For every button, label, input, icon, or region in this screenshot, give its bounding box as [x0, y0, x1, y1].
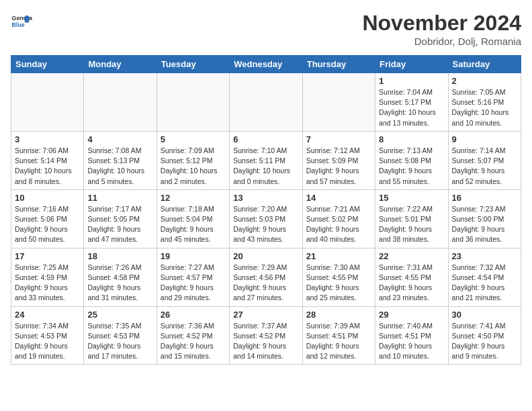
calendar-cell: 6Sunrise: 7:10 AM Sunset: 5:11 PM Daylig… — [230, 131, 302, 189]
weekday-header-wednesday: Wednesday — [230, 56, 302, 73]
day-number: 29 — [379, 310, 444, 320]
calendar-cell — [157, 73, 229, 132]
day-number: 30 — [452, 310, 517, 320]
day-info: Sunrise: 7:37 AM Sunset: 4:52 PM Dayligh… — [233, 321, 298, 362]
day-number: 10 — [15, 193, 80, 203]
day-number: 15 — [379, 193, 444, 203]
day-info: Sunrise: 7:09 AM Sunset: 5:12 PM Dayligh… — [161, 146, 226, 187]
calendar-cell: 16Sunrise: 7:23 AM Sunset: 5:00 PM Dayli… — [448, 189, 521, 248]
calendar-cell: 24Sunrise: 7:34 AM Sunset: 4:53 PM Dayli… — [11, 306, 84, 365]
week-row-3: 17Sunrise: 7:25 AM Sunset: 4:59 PM Dayli… — [11, 248, 521, 306]
calendar-cell: 3Sunrise: 7:06 AM Sunset: 5:14 PM Daylig… — [11, 131, 84, 189]
day-info: Sunrise: 7:17 AM Sunset: 5:05 PM Dayligh… — [87, 204, 152, 245]
weekday-header-tuesday: Tuesday — [157, 56, 229, 73]
page-header: General Blue November 2024 Dobridor, Dol… — [11, 11, 521, 47]
day-info: Sunrise: 7:14 AM Sunset: 5:07 PM Dayligh… — [452, 146, 517, 187]
calendar-cell: 9Sunrise: 7:14 AM Sunset: 5:07 PM Daylig… — [448, 131, 521, 189]
calendar-cell: 10Sunrise: 7:16 AM Sunset: 5:06 PM Dayli… — [11, 189, 84, 248]
logo-icon: General Blue — [11, 11, 32, 32]
day-info: Sunrise: 7:39 AM Sunset: 4:51 PM Dayligh… — [306, 321, 371, 362]
calendar-cell — [84, 73, 157, 132]
calendar-cell: 28Sunrise: 7:39 AM Sunset: 4:51 PM Dayli… — [302, 306, 375, 365]
weekday-header-thursday: Thursday — [302, 56, 375, 73]
day-info: Sunrise: 7:31 AM Sunset: 4:55 PM Dayligh… — [379, 263, 444, 304]
calendar-cell: 4Sunrise: 7:08 AM Sunset: 5:13 PM Daylig… — [84, 131, 157, 189]
day-info: Sunrise: 7:22 AM Sunset: 5:01 PM Dayligh… — [379, 204, 444, 245]
calendar-cell — [11, 73, 84, 132]
day-info: Sunrise: 7:04 AM Sunset: 5:17 PM Dayligh… — [379, 87, 444, 128]
week-row-2: 10Sunrise: 7:16 AM Sunset: 5:06 PM Dayli… — [11, 189, 521, 248]
weekday-header-friday: Friday — [375, 56, 448, 73]
day-info: Sunrise: 7:13 AM Sunset: 5:08 PM Dayligh… — [379, 146, 444, 187]
day-info: Sunrise: 7:41 AM Sunset: 4:50 PM Dayligh… — [452, 321, 517, 362]
day-info: Sunrise: 7:29 AM Sunset: 4:56 PM Dayligh… — [233, 263, 298, 304]
calendar-cell: 20Sunrise: 7:29 AM Sunset: 4:56 PM Dayli… — [230, 248, 302, 306]
calendar-cell: 19Sunrise: 7:27 AM Sunset: 4:57 PM Dayli… — [157, 248, 229, 306]
week-row-1: 3Sunrise: 7:06 AM Sunset: 5:14 PM Daylig… — [11, 131, 521, 189]
day-info: Sunrise: 7:20 AM Sunset: 5:03 PM Dayligh… — [233, 204, 298, 245]
calendar-cell: 12Sunrise: 7:18 AM Sunset: 5:04 PM Dayli… — [157, 189, 229, 248]
calendar-cell: 5Sunrise: 7:09 AM Sunset: 5:12 PM Daylig… — [157, 131, 229, 189]
weekday-header-sunday: Sunday — [11, 56, 84, 73]
day-info: Sunrise: 7:30 AM Sunset: 4:55 PM Dayligh… — [306, 263, 371, 304]
day-number: 3 — [15, 134, 80, 144]
day-info: Sunrise: 7:34 AM Sunset: 4:53 PM Dayligh… — [15, 321, 80, 362]
day-number: 23 — [452, 251, 517, 261]
calendar-cell: 15Sunrise: 7:22 AM Sunset: 5:01 PM Dayli… — [375, 189, 448, 248]
title-block: November 2024 Dobridor, Dolj, Romania — [362, 11, 521, 47]
day-number: 4 — [87, 134, 152, 144]
day-number: 6 — [233, 134, 298, 144]
day-number: 24 — [15, 310, 80, 320]
calendar-cell: 29Sunrise: 7:40 AM Sunset: 4:51 PM Dayli… — [375, 306, 448, 365]
day-info: Sunrise: 7:21 AM Sunset: 5:02 PM Dayligh… — [306, 204, 371, 245]
calendar-cell: 18Sunrise: 7:26 AM Sunset: 4:58 PM Dayli… — [84, 248, 157, 306]
day-number: 11 — [87, 193, 152, 203]
day-info: Sunrise: 7:12 AM Sunset: 5:09 PM Dayligh… — [306, 146, 371, 187]
day-number: 28 — [306, 310, 371, 320]
day-info: Sunrise: 7:25 AM Sunset: 4:59 PM Dayligh… — [15, 263, 80, 304]
day-number: 27 — [233, 310, 298, 320]
day-number: 17 — [15, 251, 80, 261]
day-info: Sunrise: 7:05 AM Sunset: 5:16 PM Dayligh… — [452, 87, 517, 128]
day-info: Sunrise: 7:16 AM Sunset: 5:06 PM Dayligh… — [15, 204, 80, 245]
day-number: 2 — [452, 76, 517, 86]
day-number: 26 — [161, 310, 226, 320]
calendar-cell: 22Sunrise: 7:31 AM Sunset: 4:55 PM Dayli… — [375, 248, 448, 306]
calendar-cell: 1Sunrise: 7:04 AM Sunset: 5:17 PM Daylig… — [375, 73, 448, 132]
svg-text:General: General — [12, 15, 32, 21]
day-info: Sunrise: 7:40 AM Sunset: 4:51 PM Dayligh… — [379, 321, 444, 362]
calendar-cell: 23Sunrise: 7:32 AM Sunset: 4:54 PM Dayli… — [448, 248, 521, 306]
day-number: 9 — [452, 134, 517, 144]
day-number: 1 — [379, 76, 444, 86]
calendar-cell: 25Sunrise: 7:35 AM Sunset: 4:53 PM Dayli… — [84, 306, 157, 365]
calendar-cell: 26Sunrise: 7:36 AM Sunset: 4:52 PM Dayli… — [157, 306, 229, 365]
calendar-cell: 8Sunrise: 7:13 AM Sunset: 5:08 PM Daylig… — [375, 131, 448, 189]
day-info: Sunrise: 7:23 AM Sunset: 5:00 PM Dayligh… — [452, 204, 517, 245]
svg-text:Blue: Blue — [12, 21, 25, 28]
calendar-cell: 2Sunrise: 7:05 AM Sunset: 5:16 PM Daylig… — [448, 73, 521, 132]
calendar-cell: 11Sunrise: 7:17 AM Sunset: 5:05 PM Dayli… — [84, 189, 157, 248]
day-number: 7 — [306, 134, 371, 144]
day-number: 19 — [161, 251, 226, 261]
calendar-table: SundayMondayTuesdayWednesdayThursdayFrid… — [11, 55, 521, 365]
calendar-cell: 17Sunrise: 7:25 AM Sunset: 4:59 PM Dayli… — [11, 248, 84, 306]
day-number: 16 — [452, 193, 517, 203]
day-info: Sunrise: 7:32 AM Sunset: 4:54 PM Dayligh… — [452, 263, 517, 304]
month-title: November 2024 — [362, 11, 521, 36]
day-info: Sunrise: 7:08 AM Sunset: 5:13 PM Dayligh… — [87, 146, 152, 187]
calendar-cell: 7Sunrise: 7:12 AM Sunset: 5:09 PM Daylig… — [302, 131, 375, 189]
day-number: 5 — [161, 134, 226, 144]
calendar-cell: 14Sunrise: 7:21 AM Sunset: 5:02 PM Dayli… — [302, 189, 375, 248]
calendar-cell — [230, 73, 302, 132]
day-number: 25 — [87, 310, 152, 320]
weekday-header-monday: Monday — [84, 56, 157, 73]
day-info: Sunrise: 7:35 AM Sunset: 4:53 PM Dayligh… — [87, 321, 152, 362]
day-number: 20 — [233, 251, 298, 261]
day-info: Sunrise: 7:10 AM Sunset: 5:11 PM Dayligh… — [233, 146, 298, 187]
logo: General Blue — [11, 11, 32, 32]
day-number: 12 — [161, 193, 226, 203]
week-row-4: 24Sunrise: 7:34 AM Sunset: 4:53 PM Dayli… — [11, 306, 521, 365]
calendar-cell: 21Sunrise: 7:30 AM Sunset: 4:55 PM Dayli… — [302, 248, 375, 306]
day-number: 13 — [233, 193, 298, 203]
day-info: Sunrise: 7:26 AM Sunset: 4:58 PM Dayligh… — [87, 263, 152, 304]
